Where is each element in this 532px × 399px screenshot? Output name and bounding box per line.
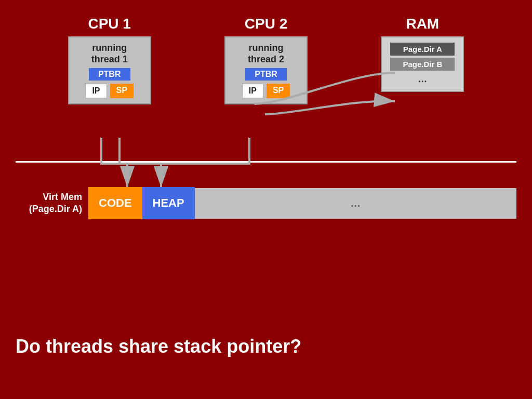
page-dir-a: Page.Dir A [390, 43, 455, 56]
cpu1-ip-sp-row: IP SP [74, 84, 145, 98]
cpu1-label: CPU 1 [88, 16, 130, 32]
cpu1-block: CPU 1 running thread 1 PTBR IP SP [58, 16, 162, 104]
question-text: Do threads share stack pointer? [16, 336, 301, 357]
cpu1-inner: running thread 1 PTBR IP SP [68, 36, 151, 104]
cpu2-ptbr: PTBR [245, 68, 287, 81]
top-section: CPU 1 running thread 1 PTBR IP SP CPU 2 … [0, 0, 532, 104]
code-block: CODE [88, 187, 142, 219]
heap-block: HEAP [142, 187, 195, 219]
cpu2-label: CPU 2 [245, 16, 287, 32]
ram-dots: … [390, 73, 455, 86]
virt-mem-section: Virt Mem (Page.Dir A) CODE HEAP … [16, 187, 516, 219]
cpu2-ip-sp-row: IP SP [231, 84, 301, 98]
slide-container: CPU 1 running thread 1 PTBR IP SP CPU 2 … [0, 0, 532, 399]
cpu2-ip: IP [242, 84, 263, 98]
virt-mem-dots: … [195, 188, 516, 219]
cpu1-sp: SP [110, 84, 134, 98]
virt-mem-label: Virt Mem (Page.Dir A) [16, 191, 88, 216]
ram-label: RAM [406, 16, 439, 32]
cpu2-running: running thread 2 [231, 43, 301, 65]
cpu2-block: CPU 2 running thread 2 PTBR IP SP [214, 16, 318, 104]
cpu2-sp: SP [267, 84, 290, 98]
horizontal-divider [16, 161, 516, 163]
cpu2-inner: running thread 2 PTBR IP SP [224, 36, 308, 104]
ram-block: RAM Page.Dir A Page.Dir B … [370, 16, 474, 92]
cpu1-ptbr: PTBR [89, 68, 130, 81]
ram-inner: Page.Dir A Page.Dir B … [381, 36, 464, 92]
cpu1-running: running thread 1 [74, 43, 145, 65]
cpu1-ip: IP [85, 84, 107, 98]
page-dir-b: Page.Dir B [390, 58, 455, 71]
